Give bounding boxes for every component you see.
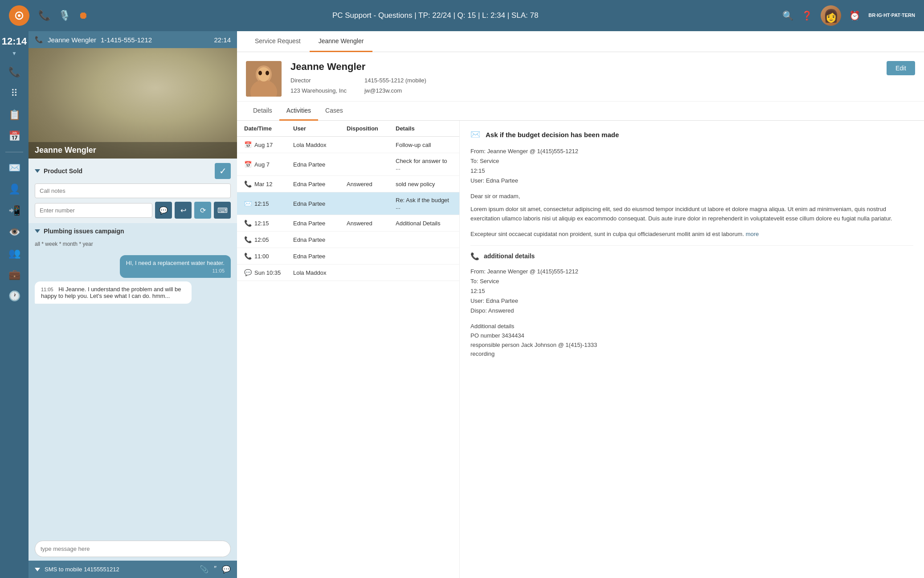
tab-service-request[interactable]: Service Request — [246, 31, 310, 52]
send-icon[interactable]: 💬 — [222, 565, 231, 574]
campaign-collapse-icon[interactable] — [35, 229, 40, 233]
user-avatar[interactable]: 👩 — [821, 5, 841, 26]
attachment-icon[interactable]: 📎 — [200, 565, 209, 574]
sidebar-time: 12:14 — [2, 36, 27, 47]
svg-point-11 — [162, 78, 171, 107]
calendar-orange-icon: 📅 — [244, 161, 252, 168]
row-user-8: Lola Maddox — [293, 269, 347, 276]
table-body: 📅 Aug 17 Lola Maddox Follow-up call 📅 Au… — [237, 137, 459, 578]
table-row[interactable]: 📞 12:05 Edna Partee — [237, 232, 459, 248]
sms-label: SMS to mobile 14155551212 — [45, 566, 119, 573]
mute-icon[interactable]: 🎙️ — [58, 10, 70, 21]
svg-line-19 — [144, 113, 210, 117]
svg-point-12 — [160, 84, 166, 89]
search-icon[interactable]: 🔍 — [782, 10, 793, 21]
sidebar-item-phone[interactable]: 📞 — [8, 66, 20, 78]
call-header: 📞 Jeanne Wengler 1-1415-555-1212 22:14 — [29, 31, 237, 48]
more-link[interactable]: more — [746, 231, 759, 237]
sidebar-divider-1 — [5, 152, 23, 152]
record-icon[interactable]: ⏺ — [78, 10, 88, 21]
table-row-selected[interactable]: ✉️ 12:15 Edna Partee Re: Ask if the budg… — [237, 192, 459, 215]
tab-cases[interactable]: Cases — [318, 102, 350, 121]
tab-details[interactable]: Details — [246, 102, 279, 121]
chat-message-text-1: HI, I need a replacement water heater. — [126, 260, 225, 266]
sms-collapse-icon[interactable] — [35, 568, 40, 571]
sidebar-item-keypad[interactable]: ⠿ — [11, 88, 18, 99]
row-icon-8: 💬 Sun 10:35 — [244, 269, 293, 276]
row-user-4: Edna Partee — [293, 200, 347, 207]
detail-time: 12:15 — [470, 166, 913, 176]
sidebar-item-pages[interactable]: 📋 — [8, 109, 20, 121]
collapse-icon[interactable] — [35, 169, 40, 173]
phone-icon-4: 📞 — [244, 252, 252, 260]
caller-number: 1-1415-555-1212 — [101, 36, 152, 44]
detail-greeting: Dear sir or madam, — [470, 192, 913, 201]
contact-meta-right: 1415-555-1212 (mobile) jw@123w.com — [364, 75, 426, 96]
checkmark-button[interactable]: ✓ — [215, 163, 231, 179]
top-tabs: Service Request Jeanne Wengler — [237, 31, 924, 52]
sidebar-item-work[interactable]: 💼 — [8, 269, 20, 281]
row-user-5: Edna Partee — [293, 220, 347, 227]
tab-activities[interactable]: Activities — [279, 102, 318, 121]
table-row[interactable]: 📞 12:15 Edna Partee Answered Additional … — [237, 215, 459, 232]
clock-icon[interactable]: ⏰ — [849, 10, 860, 21]
sidebar-item-calendar[interactable]: 📅 — [8, 130, 20, 142]
svg-line-15 — [51, 122, 122, 124]
emoji-icon[interactable]: ″ — [214, 565, 217, 574]
sidebar-time-indicator: ▼ — [12, 50, 17, 57]
phone-icon: 📞 — [244, 180, 252, 187]
call-notes-input[interactable] — [35, 183, 231, 198]
hold-button[interactable]: ⟳ — [194, 202, 211, 219]
detail-section2-meta: From: Jeanne Wenger @ 1(415)555-1212 To:… — [470, 267, 913, 316]
phone-icon[interactable]: 📞 — [38, 10, 50, 21]
contact-name-overlay: Jeanne Wengler — [29, 142, 237, 159]
row-icon-7: 📞 11:00 — [244, 252, 293, 260]
keypad-button[interactable]: ⌨ — [214, 202, 231, 219]
table-header: Date/Time User Disposition Details — [237, 121, 459, 137]
phone-icon-2: 📞 — [244, 220, 252, 227]
sidebar-item-email[interactable]: ✉️ — [8, 162, 20, 174]
message-input[interactable] — [35, 541, 231, 557]
sidebar: 12:14 ▼ 📞 ⠿ 📋 📅 ✉️ 👤 📲 👁️ 👥 💼 🕐 — [0, 31, 29, 578]
contact-name: Jeanne Wengler — [290, 61, 878, 73]
row-dispo-5: Answered — [347, 220, 396, 227]
sidebar-item-monitor[interactable]: 👁️ — [8, 226, 20, 238]
svg-marker-22 — [64, 48, 100, 75]
sidebar-item-calls[interactable]: 📲 — [8, 205, 20, 216]
top-bar-actions: 📞 🎙️ ⏺ — [38, 10, 88, 21]
contact-title: Director — [290, 75, 347, 85]
detail-meta: From: Jeanne Wenger @ 1(415)555-1212 To:… — [470, 147, 913, 186]
svg-line-18 — [144, 122, 215, 124]
chat-message-2-wrapper: 11:05 Hi Jeanne. I understand the proble… — [35, 281, 231, 304]
chat-messages: HI, I need a replacement water heater. 1… — [29, 251, 237, 537]
table-row[interactable]: 💬 Sun 10:35 Lola Maddox — [237, 265, 459, 281]
queue-status: PC Support - Questions | TP: 22/24 | Q: … — [88, 11, 782, 20]
help-icon[interactable]: ❓ — [801, 10, 813, 21]
sidebar-item-contacts[interactable]: 👤 — [8, 183, 20, 195]
table-row[interactable]: 📅 Aug 7 Edna Partee Check for answer to … — [237, 153, 459, 176]
app-logo[interactable] — [9, 5, 29, 26]
product-sold-title[interactable]: Product Sold — [35, 167, 82, 175]
svg-point-29 — [258, 71, 262, 75]
edit-btn-area: Edit — [887, 61, 915, 75]
product-sold-label: Product Sold — [44, 167, 82, 175]
row-detail-1: Follow-up call — [396, 142, 452, 148]
sidebar-item-dashboard[interactable]: 🕐 — [8, 290, 20, 302]
tab-jeanne-wengler[interactable]: Jeanne Wengler — [310, 31, 373, 52]
contact-company: 123 Warehousing, Inc — [290, 85, 347, 96]
chat-button[interactable]: 💬 — [155, 202, 172, 219]
edit-button[interactable]: Edit — [887, 61, 915, 75]
table-row[interactable]: 📞 11:00 Edna Partee — [237, 248, 459, 265]
svg-point-8 — [94, 84, 99, 89]
forward-button[interactable]: ↩ — [175, 202, 192, 219]
table-row[interactable]: 📅 Aug 17 Lola Maddox Follow-up call — [237, 137, 459, 153]
message-input-area — [29, 537, 237, 561]
right-panel: Service Request Jeanne Wengler — [237, 31, 924, 578]
table-row[interactable]: 📞 Mar 12 Edna Partee Answered sold new p… — [237, 176, 459, 192]
main-layout: 12:14 ▼ 📞 ⠿ 📋 📅 ✉️ 👤 📲 👁️ 👥 💼 🕐 📞 Jeanne… — [0, 31, 924, 578]
number-input[interactable] — [35, 203, 152, 218]
campaign-header[interactable]: Plumbing issues campaign — [29, 223, 237, 239]
col-disposition: Disposition — [347, 125, 396, 132]
sidebar-item-team[interactable]: 👥 — [8, 248, 20, 259]
section2-label: additional details — [484, 252, 535, 260]
